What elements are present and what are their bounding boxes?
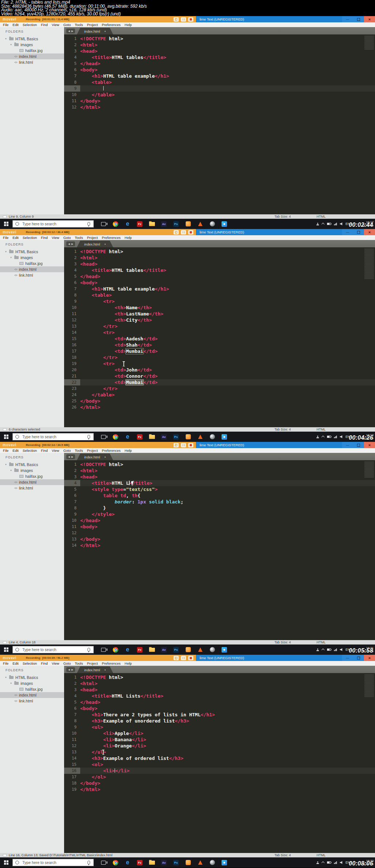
- tab-scroll-left-icon[interactable]: ◀: [68, 30, 70, 33]
- sidebar-item-halifax-jpg[interactable]: halifax.jpg: [0, 48, 64, 53]
- menu-selection[interactable]: Selection: [23, 236, 37, 240]
- tab-scroll-right-icon[interactable]: ▶: [71, 455, 73, 458]
- tab-scroll-left-icon[interactable]: ◀: [68, 243, 70, 245]
- taskbar-icon-photos[interactable]: [218, 219, 230, 229]
- tab-scroll-arrows[interactable]: ◀ ▶: [66, 454, 75, 459]
- microphone-icon[interactable]: [88, 648, 90, 651]
- taskbar-icon-media-player[interactable]: [194, 644, 206, 655]
- close-button[interactable]: ✕: [364, 655, 375, 661]
- menu-project[interactable]: Project: [87, 661, 98, 665]
- disclosure-triangle-icon[interactable]: ▾: [4, 463, 7, 466]
- maximize-button[interactable]: [353, 229, 364, 235]
- cursor-position-status[interactable]: Line 4, Column 18: [9, 640, 36, 644]
- taskbar-icon-media-player[interactable]: [194, 857, 206, 868]
- taskbar-icon-filezilla[interactable]: Fz: [134, 857, 146, 868]
- close-button[interactable]: ✕: [364, 442, 375, 448]
- volume-icon[interactable]: [340, 435, 343, 438]
- movavi-recording-bar[interactable]: movavi Recording [00:02:14 / 34.5 MB]: [0, 442, 196, 448]
- stop-button[interactable]: [188, 656, 193, 660]
- menu-view[interactable]: View: [52, 661, 59, 665]
- disclosure-triangle-icon[interactable]: ▾: [4, 37, 7, 40]
- taskbar-icon-after-effects[interactable]: Ae: [158, 432, 170, 442]
- pause-button[interactable]: [181, 443, 186, 447]
- menu-edit[interactable]: Edit: [12, 661, 18, 665]
- volume-icon[interactable]: [340, 861, 343, 864]
- sidebar-item-images[interactable]: ▾images: [0, 42, 64, 48]
- tab-scroll-arrows[interactable]: ◀ ▶: [66, 29, 75, 33]
- sidebar-item-halifax-jpg[interactable]: halifax.jpg: [0, 473, 64, 479]
- taskbar-icon-after-effects[interactable]: Ae: [158, 857, 170, 868]
- menu-view[interactable]: View: [52, 236, 59, 240]
- start-button[interactable]: [0, 857, 12, 868]
- microphone-icon[interactable]: [88, 435, 90, 439]
- disclosure-triangle-icon[interactable]: ▾: [10, 256, 12, 259]
- tab-scroll-arrows[interactable]: ◀ ▶: [66, 241, 75, 246]
- record-button[interactable]: [174, 656, 179, 660]
- menu-file[interactable]: File: [3, 448, 8, 453]
- sidebar-item-html-basics[interactable]: ▾HTML Basics: [0, 462, 64, 468]
- menu-project[interactable]: Project: [87, 23, 98, 27]
- taskbar-icon-chrome[interactable]: [109, 432, 122, 442]
- volume-icon[interactable]: [340, 222, 343, 225]
- tab-scroll-left-icon[interactable]: ◀: [68, 668, 70, 671]
- disclosure-triangle-icon[interactable]: ▾: [4, 676, 7, 679]
- tab-size-status[interactable]: Tab Size: 4: [274, 215, 291, 218]
- menu-selection[interactable]: Selection: [23, 448, 37, 453]
- tab-index-html[interactable]: index.html •: [77, 241, 113, 247]
- taskbar-icon-recorder[interactable]: [206, 857, 218, 868]
- menu-preferences[interactable]: Preferences: [102, 23, 120, 27]
- hidden-icons-chevron-icon[interactable]: [321, 436, 324, 439]
- menu-project[interactable]: Project: [87, 236, 98, 240]
- taskbar-icon-photoshop[interactable]: Ps: [170, 432, 182, 442]
- taskbar-icon-task-view[interactable]: [97, 432, 109, 442]
- taskbar-icon-explorer[interactable]: [146, 857, 158, 868]
- panel-switcher-icon[interactable]: [3, 215, 7, 218]
- stop-button[interactable]: [188, 230, 193, 234]
- taskbar-icon-task-view[interactable]: [97, 857, 109, 868]
- taskbar-icon-explorer[interactable]: [146, 432, 158, 442]
- maximize-button[interactable]: [353, 442, 364, 448]
- pause-button[interactable]: [181, 656, 186, 660]
- taskbar-icon-recorder[interactable]: [206, 644, 218, 655]
- maximize-button[interactable]: [353, 16, 364, 22]
- taskbar-icon-sublime-text[interactable]: [182, 219, 194, 229]
- taskbar-icon-edge[interactable]: e: [122, 644, 134, 655]
- disclosure-triangle-icon[interactable]: ▾: [4, 250, 7, 253]
- menu-file[interactable]: File: [3, 661, 8, 665]
- sidebar-item-halifax-jpg[interactable]: halifax.jpg: [0, 261, 64, 266]
- cursor-position-status[interactable]: Line 16, Column 13; Saved D:\Tutorials\H…: [9, 853, 112, 857]
- taskbar-icon-filezilla[interactable]: Fz: [134, 644, 146, 655]
- movavi-recording-bar[interactable]: movavi Recording [00:01:01 / 11.4 MB]: [0, 16, 196, 22]
- tab-index-html[interactable]: index.html •: [77, 666, 113, 673]
- people-icon[interactable]: [316, 223, 319, 225]
- people-icon[interactable]: [316, 649, 319, 651]
- taskbar-icon-explorer[interactable]: [146, 219, 158, 229]
- menu-help[interactable]: Help: [125, 661, 132, 665]
- volume-icon[interactable]: [340, 648, 343, 651]
- code-editor[interactable]: 1<!DOCTYPE html>2<html>3<head>4 <title>H…: [64, 673, 375, 853]
- taskbar-icon-edge[interactable]: e: [122, 857, 134, 868]
- code-editor[interactable]: 1<!DOCTYPE html>2<html>3<head>4 <title>H…: [64, 460, 375, 640]
- sidebar-item-halifax-jpg[interactable]: halifax.jpg: [0, 686, 64, 692]
- sidebar-item-index-html[interactable]: <>index.html: [0, 53, 64, 59]
- sidebar-item-link-html[interactable]: <>link.html: [0, 272, 64, 278]
- tab-modified-icon[interactable]: •: [104, 668, 106, 672]
- menu-tools[interactable]: Tools: [75, 448, 83, 453]
- menu-file[interactable]: File: [3, 236, 8, 240]
- search-input[interactable]: [22, 860, 85, 865]
- tab-modified-icon[interactable]: •: [104, 455, 106, 459]
- record-button[interactable]: [174, 17, 179, 22]
- tab-modified-icon[interactable]: •: [104, 242, 106, 246]
- pause-button[interactable]: [181, 230, 186, 234]
- battery-icon[interactable]: [327, 649, 331, 651]
- taskbar-icon-sublime-text[interactable]: [182, 857, 194, 868]
- sidebar-item-html-basics[interactable]: ▾HTML Basics: [0, 675, 64, 680]
- tab-scroll-right-icon[interactable]: ▶: [71, 30, 73, 33]
- taskbar-icon-chrome[interactable]: [109, 857, 122, 868]
- taskbar-icon-recorder[interactable]: [206, 219, 218, 229]
- code-editor[interactable]: 1<!DOCTYPE html>2<html>3<head>4 <title>H…: [64, 34, 375, 214]
- taskbar-icon-photos[interactable]: [218, 857, 230, 868]
- microphone-icon[interactable]: [88, 861, 90, 864]
- network-icon[interactable]: [334, 436, 337, 438]
- disclosure-triangle-icon[interactable]: ▾: [10, 43, 12, 46]
